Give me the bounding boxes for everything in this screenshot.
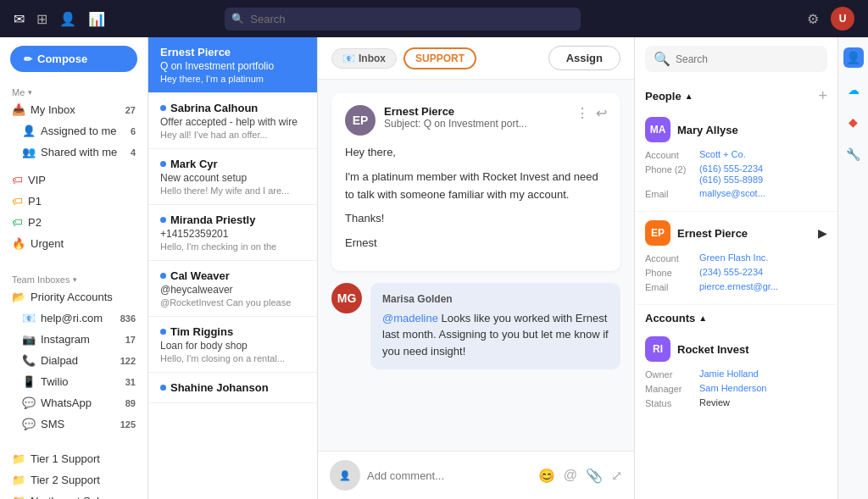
expand-icon[interactable]: ⤢ bbox=[611, 468, 622, 484]
account-name[interactable]: Rocket Invest bbox=[677, 343, 749, 356]
unread-dot bbox=[160, 161, 166, 167]
conv-item-shahine-johanson[interactable]: Shahine Johanson bbox=[148, 373, 317, 403]
right-search-input[interactable] bbox=[676, 53, 819, 65]
phone-2[interactable]: (616) 555-8989 bbox=[699, 175, 763, 185]
sidebar-item-help[interactable]: 📧 help@ri.com 836 bbox=[0, 308, 147, 329]
sidebar-item-vip[interactable]: 🏷 VIP bbox=[0, 169, 147, 191]
conv-item-miranda-priestly[interactable]: Miranda Priestly +14152359201 Hello, I'm… bbox=[148, 205, 317, 261]
person-name[interactable]: Ernest Pierce bbox=[677, 227, 748, 240]
at-icon[interactable]: @ bbox=[564, 468, 577, 484]
top-nav: ✉ ⊞ 👤 📊 🔍 ⚙ U bbox=[0, 0, 868, 37]
sidebar-item-urgent[interactable]: 🔥 Urgent bbox=[0, 233, 147, 254]
account-label: Account bbox=[645, 149, 696, 160]
right-search-inner: 🔍 bbox=[645, 46, 827, 72]
assign-button[interactable]: Assign bbox=[548, 46, 620, 70]
compose-button[interactable]: ✏ Compose bbox=[10, 46, 137, 72]
integrations-panel-icon[interactable]: 🔧 bbox=[843, 144, 864, 164]
phone-1[interactable]: (616) 555-2234 bbox=[699, 164, 763, 174]
chevron-right-icon: ▶ bbox=[818, 226, 827, 240]
person-name[interactable]: Mary Allyse bbox=[677, 124, 738, 136]
chart-icon[interactable]: 📊 bbox=[88, 11, 105, 27]
sidebar-item-tier1[interactable]: 📁 Tier 1 Support bbox=[0, 448, 147, 469]
account-value[interactable]: Scott + Co. bbox=[699, 149, 746, 159]
person-avatar: EP bbox=[645, 220, 670, 246]
tasks-panel-icon[interactable]: ◆ bbox=[843, 112, 864, 132]
instagram-icon: 📷 bbox=[22, 333, 36, 346]
sidebar-item-label: Urgent bbox=[31, 237, 64, 250]
sidebar-item-sms[interactable]: 💬 SMS 125 bbox=[0, 413, 147, 435]
sidebar-item-whatsapp[interactable]: 💬 WhatsApp 89 bbox=[0, 392, 147, 413]
msg-signature: Ernest bbox=[345, 235, 607, 252]
accounts-arrow[interactable]: ▲ bbox=[698, 313, 707, 323]
add-person-button[interactable]: + bbox=[818, 87, 827, 105]
mail-icon[interactable]: ✉ bbox=[14, 11, 25, 27]
more-icon[interactable]: ⋮ bbox=[576, 105, 589, 121]
twilio-badge: 31 bbox=[125, 377, 136, 387]
account-value[interactable]: Green Flash Inc. bbox=[699, 252, 768, 263]
phone-value: (616) 555-2234 (616) 555-8989 bbox=[699, 164, 763, 185]
unread-dot bbox=[160, 385, 166, 391]
unread-dot bbox=[160, 217, 166, 223]
manager-value[interactable]: Sam Henderson bbox=[699, 383, 767, 393]
email-value[interactable]: mallyse@scot... bbox=[699, 188, 765, 198]
sidebar-item-shared-with-me[interactable]: 👥 Shared with me 4 bbox=[0, 141, 147, 163]
tag-icon: 🏷 bbox=[12, 195, 23, 208]
message-header: EP Ernest Pierce Subject: Q on Investmen… bbox=[345, 105, 607, 136]
sidebar-item-dialpad[interactable]: 📞 Dialpad 122 bbox=[0, 350, 147, 371]
people-arrow[interactable]: ▲ bbox=[685, 91, 693, 101]
sidebar-item-northwest[interactable]: 📁 Northwest Sales bbox=[0, 491, 147, 499]
owner-value[interactable]: Jamie Holland bbox=[699, 369, 759, 379]
fire-icon: 🔥 bbox=[12, 237, 25, 250]
sidebar-item-priority-accounts[interactable]: 📂 Priority Accounts bbox=[0, 286, 147, 308]
support-tag[interactable]: SUPPORT bbox=[403, 47, 476, 69]
conv-item-tim-riggins[interactable]: Tim Riggins Loan for body shop Hello, I'… bbox=[148, 317, 317, 373]
main-content: 📧 Inbox SUPPORT Assign EP Ernest Pierce … bbox=[318, 37, 634, 499]
sidebar-item-p2[interactable]: 🏷 P2 bbox=[0, 212, 147, 233]
sidebar-item-label: Instagram bbox=[41, 333, 90, 346]
folder-icon: 📁 bbox=[12, 452, 25, 465]
person-account-detail: Account Green Flash Inc. bbox=[645, 252, 827, 263]
email-value[interactable]: pierce.ernest@gr... bbox=[699, 281, 778, 291]
global-search-input[interactable] bbox=[225, 8, 581, 30]
comment-input[interactable] bbox=[367, 469, 531, 482]
conv-preview: Hey there, I'm a platinum bbox=[160, 74, 305, 84]
sidebar-item-tier2[interactable]: 📁 Tier 2 Support bbox=[0, 469, 147, 491]
sidebar-item-label: help@ri.com bbox=[41, 312, 103, 324]
user-icon[interactable]: 👤 bbox=[59, 11, 76, 27]
conv-item-sabrina-calhoun[interactable]: Sabrina Calhoun Offer accepted - help wi… bbox=[148, 93, 317, 149]
avatar[interactable]: U bbox=[831, 7, 854, 30]
global-search-bar: 🔍 bbox=[225, 8, 581, 30]
emoji-icon[interactable]: 😊 bbox=[538, 468, 555, 484]
phone-label: Phone (2) bbox=[645, 164, 696, 175]
sidebar-item-my-inbox[interactable]: 📥 My Inbox 27 bbox=[0, 99, 147, 120]
sidebar-item-twilio[interactable]: 📱 Twilio 31 bbox=[0, 371, 147, 392]
person-email-detail: Email mallyse@scot... bbox=[645, 188, 827, 199]
conv-item-ernest-pierce[interactable]: Ernest Pierce Q on Investment portfolio … bbox=[148, 37, 317, 93]
shared-badge: 4 bbox=[131, 147, 136, 158]
reply-icon[interactable]: ↩ bbox=[596, 105, 607, 121]
crm-panel-icon[interactable]: ☁ bbox=[843, 80, 864, 100]
sidebar-item-instagram[interactable]: 📷 Instagram 17 bbox=[0, 329, 147, 350]
me-label: Me ▾ bbox=[0, 82, 147, 99]
conv-item-cal-weaver[interactable]: Cal Weaver @heycalweaver @RocketInvest C… bbox=[148, 261, 317, 317]
inbox-tag[interactable]: 📧 Inbox bbox=[331, 48, 397, 69]
sidebar-item-p1[interactable]: 🏷 P1 bbox=[0, 191, 147, 212]
conv-name: Mark Cyr bbox=[160, 158, 305, 170]
instagram-badge: 17 bbox=[125, 335, 136, 345]
contacts-panel-icon[interactable]: 👤 bbox=[843, 47, 864, 68]
attach-icon[interactable]: 📎 bbox=[586, 468, 603, 484]
nav-right: ⚙ U bbox=[807, 7, 854, 30]
sidebar-item-assigned-to-me[interactable]: 👤 Assigned to me 6 bbox=[0, 120, 147, 141]
tag-icon: 🏷 bbox=[12, 216, 23, 229]
settings-icon[interactable]: ⚙ bbox=[807, 11, 819, 27]
inbox-icon: 📧 bbox=[342, 53, 355, 64]
status-label: Status bbox=[645, 397, 696, 408]
conversation-header: 📧 Inbox SUPPORT Assign bbox=[318, 37, 634, 80]
phone-value[interactable]: (234) 555-2234 bbox=[699, 267, 763, 277]
account-header: RI Rocket Invest bbox=[645, 336, 827, 362]
accounts-section-title: Accounts ▲ bbox=[645, 312, 707, 324]
unread-dot bbox=[160, 273, 166, 279]
manager-label: Manager bbox=[645, 383, 696, 394]
conv-item-mark-cyr[interactable]: Mark Cyr New account setup Hello there! … bbox=[148, 149, 317, 205]
grid-icon[interactable]: ⊞ bbox=[36, 11, 47, 27]
